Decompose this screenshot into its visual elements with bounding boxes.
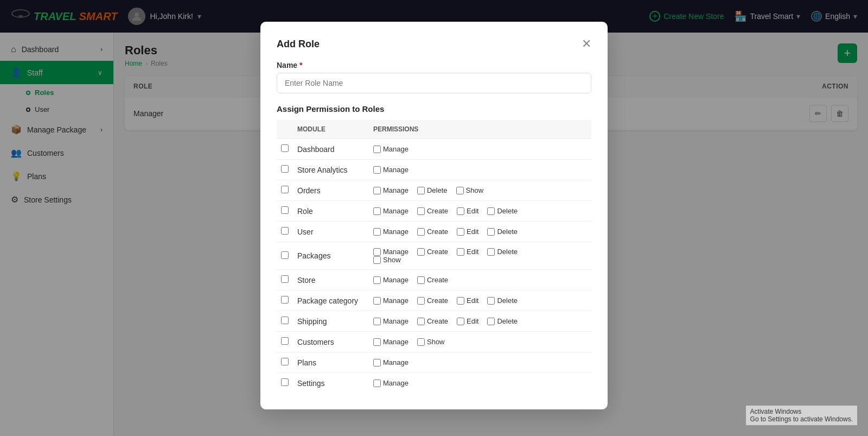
perm-row: Shipping Manage Create Edit Delete	[277, 311, 591, 332]
perm-checkbox-manage[interactable]	[373, 207, 381, 215]
perm-check-create[interactable]: Create	[417, 317, 448, 325]
module-checkbox[interactable]	[281, 337, 289, 345]
perm-check-edit[interactable]: Edit	[457, 248, 478, 256]
perm-check-edit[interactable]: Edit	[457, 228, 478, 236]
perm-check-manage[interactable]: Manage	[373, 228, 409, 236]
add-role-modal: Add Role ✕ Name * Assign Permission to R…	[260, 22, 608, 409]
modal-overlay: Add Role ✕ Name * Assign Permission to R…	[0, 0, 868, 436]
perm-checkbox-edit[interactable]	[457, 318, 464, 325]
perm-checkbox-create[interactable]	[417, 297, 425, 305]
perm-check-manage[interactable]: Manage	[373, 379, 409, 387]
perm-check-manage[interactable]: Manage	[373, 248, 409, 256]
permissions-col-header: PERMISSIONS	[369, 120, 591, 139]
perm-checkbox-manage[interactable]	[373, 380, 381, 387]
perm-checkbox-delete[interactable]	[487, 228, 495, 236]
perm-check-create[interactable]: Create	[417, 248, 448, 256]
perm-checkbox-edit[interactable]	[457, 207, 464, 215]
perm-check-manage[interactable]: Manage	[373, 186, 409, 194]
perm-check-manage[interactable]: Manage	[373, 145, 409, 153]
perm-check-delete[interactable]: Delete	[487, 317, 518, 325]
module-checkbox[interactable]	[281, 206, 289, 214]
module-name: Package category	[293, 290, 369, 311]
perm-check-show[interactable]: Show	[456, 186, 484, 194]
module-name: Dashboard	[293, 139, 369, 160]
perm-checkbox-manage[interactable]	[373, 338, 381, 346]
perm-checkbox-delete[interactable]	[487, 318, 495, 325]
perm-checkbox-create[interactable]	[417, 318, 425, 325]
role-name-input[interactable]	[277, 73, 591, 93]
perm-checkbox-create[interactable]	[417, 276, 425, 284]
perm-checkbox-create[interactable]	[417, 248, 425, 256]
perm-check-show[interactable]: Show	[417, 338, 445, 346]
module-checkbox[interactable]	[281, 317, 289, 324]
permission-checkboxes: Manage Delete Show	[373, 186, 587, 194]
module-checkbox[interactable]	[281, 251, 289, 259]
perm-check-delete[interactable]: Delete	[487, 228, 518, 236]
perm-check-delete[interactable]: Delete	[417, 186, 448, 194]
perm-row: Package category Manage Create Edit Dele…	[277, 290, 591, 311]
perm-check-delete[interactable]: Delete	[487, 248, 518, 256]
perm-check-show[interactable]: Show	[373, 256, 401, 264]
perm-check-edit[interactable]: Edit	[457, 317, 478, 325]
perm-checkbox-show[interactable]	[373, 256, 381, 264]
perm-check-delete[interactable]: Delete	[487, 296, 518, 305]
perm-checkbox-delete[interactable]	[487, 248, 495, 256]
perm-checkbox-manage[interactable]	[373, 359, 381, 367]
perm-checkbox-manage[interactable]	[373, 146, 381, 153]
perm-checkbox-show[interactable]	[417, 338, 425, 346]
perm-check-manage[interactable]: Manage	[373, 338, 409, 346]
perm-checkbox-manage[interactable]	[373, 166, 381, 174]
perm-check-delete[interactable]: Delete	[487, 207, 518, 215]
perm-check-manage[interactable]: Manage	[373, 317, 409, 325]
assign-permission-title: Assign Permission to Roles	[277, 104, 591, 113]
perm-checkbox-create[interactable]	[417, 228, 425, 236]
perm-checkbox-delete[interactable]	[417, 187, 425, 194]
perm-checkbox-manage[interactable]	[373, 297, 381, 305]
perm-checkbox-edit[interactable]	[457, 297, 464, 305]
perm-checkbox-edit[interactable]	[457, 228, 464, 236]
permissions-table: MODULE PERMISSIONS Dashboard ManageStore…	[277, 120, 591, 393]
module-checkbox[interactable]	[281, 144, 289, 152]
module-checkbox[interactable]	[281, 186, 289, 193]
modal-title: Add Role	[277, 39, 320, 50]
perm-checkbox-show[interactable]	[456, 187, 464, 194]
module-name: Store	[293, 270, 369, 290]
module-checkbox[interactable]	[281, 378, 289, 386]
permission-checkboxes: Manage Create Edit Delete	[373, 207, 587, 215]
module-checkbox[interactable]	[281, 296, 289, 304]
name-field-group: Name *	[277, 61, 591, 93]
activate-windows-notice: Activate Windows Go to Settings to activ…	[746, 406, 857, 425]
perm-checkbox-manage[interactable]	[373, 318, 381, 325]
perm-check-manage[interactable]: Manage	[373, 166, 409, 174]
perm-check-manage[interactable]: Manage	[373, 207, 409, 215]
module-checkbox[interactable]	[281, 227, 289, 235]
perm-checkbox-delete[interactable]	[487, 297, 495, 305]
perm-check-create[interactable]: Create	[417, 276, 448, 284]
perm-check-manage[interactable]: Manage	[373, 296, 409, 305]
module-checkbox[interactable]	[281, 275, 289, 283]
perm-row: Settings Manage	[277, 373, 591, 394]
perm-checkbox-manage[interactable]	[373, 228, 381, 236]
perm-check-edit[interactable]: Edit	[457, 296, 478, 305]
perm-checkbox-manage[interactable]	[373, 248, 381, 256]
perm-check-create[interactable]: Create	[417, 207, 448, 215]
permission-checkboxes: Manage	[373, 145, 587, 153]
module-name: Packages	[293, 242, 369, 270]
perm-checkbox-create[interactable]	[417, 207, 425, 215]
perm-check-manage[interactable]: Manage	[373, 276, 409, 284]
perm-checkbox-delete[interactable]	[487, 207, 495, 215]
perm-check-manage[interactable]: Manage	[373, 358, 409, 367]
perm-checkbox-edit[interactable]	[457, 248, 464, 256]
permission-checkboxes: Manage Show	[373, 338, 587, 346]
module-checkbox[interactable]	[281, 165, 289, 173]
permission-checkboxes: Manage Create Edit Delete	[373, 296, 587, 305]
perm-check-edit[interactable]: Edit	[457, 207, 478, 215]
perm-check-create[interactable]: Create	[417, 296, 448, 305]
perm-checkbox-manage[interactable]	[373, 187, 381, 194]
modal-close-button[interactable]: ✕	[582, 38, 591, 50]
perm-row: Orders Manage Delete Show	[277, 180, 591, 201]
perm-checkbox-manage[interactable]	[373, 276, 381, 284]
module-name: User	[293, 222, 369, 242]
module-checkbox[interactable]	[281, 358, 289, 365]
perm-check-create[interactable]: Create	[417, 228, 448, 236]
